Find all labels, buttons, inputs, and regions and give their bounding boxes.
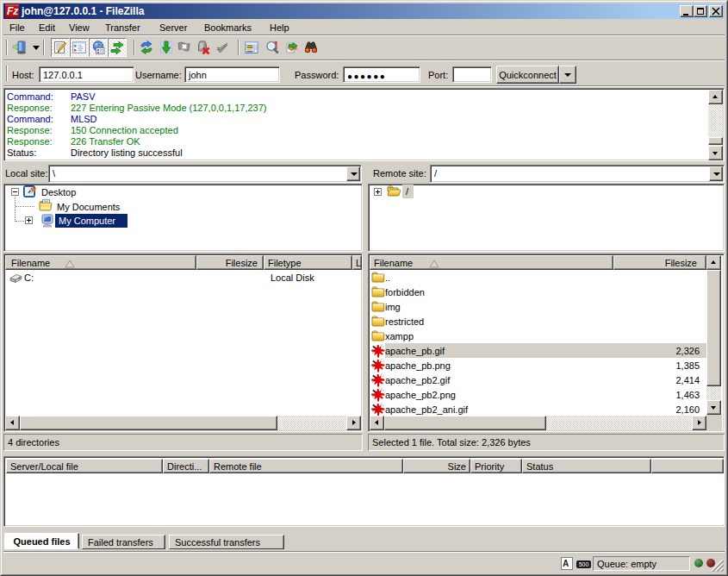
svg-text:Fz: Fz — [7, 5, 18, 17]
